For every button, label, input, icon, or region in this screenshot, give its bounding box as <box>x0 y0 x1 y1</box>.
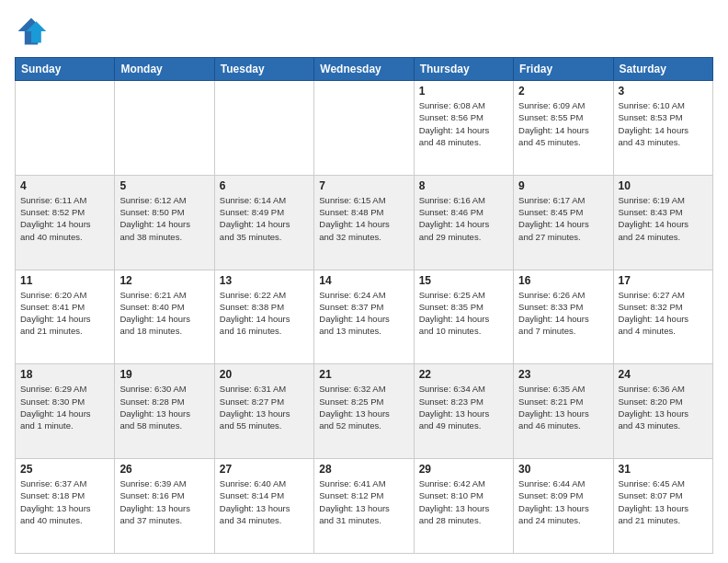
calendar-day-cell <box>16 81 115 176</box>
calendar-week-row: 11Sunrise: 6:20 AM Sunset: 8:41 PM Dayli… <box>16 270 713 364</box>
calendar-header-thursday: Thursday <box>414 58 513 81</box>
day-info: Sunrise: 6:37 AM Sunset: 8:18 PM Dayligh… <box>20 477 109 526</box>
day-info: Sunrise: 6:12 AM Sunset: 8:50 PM Dayligh… <box>119 194 209 243</box>
calendar-week-row: 1Sunrise: 6:08 AM Sunset: 8:56 PM Daylig… <box>16 81 713 176</box>
day-info: Sunrise: 6:35 AM Sunset: 8:21 PM Dayligh… <box>518 383 608 431</box>
day-info: Sunrise: 6:31 AM Sunset: 8:27 PM Dayligh… <box>220 383 309 431</box>
day-info: Sunrise: 6:19 AM Sunset: 8:43 PM Dayligh… <box>619 194 708 243</box>
day-info: Sunrise: 6:42 AM Sunset: 8:10 PM Dayligh… <box>419 477 508 526</box>
calendar-day-cell <box>314 81 414 176</box>
calendar-day-cell: 28Sunrise: 6:41 AM Sunset: 8:12 PM Dayli… <box>314 459 414 554</box>
day-number: 23 <box>518 368 608 381</box>
day-number: 19 <box>119 368 209 381</box>
day-info: Sunrise: 6:39 AM Sunset: 8:16 PM Dayligh… <box>119 477 209 526</box>
calendar-day-cell: 24Sunrise: 6:36 AM Sunset: 8:20 PM Dayli… <box>613 364 712 459</box>
calendar-day-cell: 25Sunrise: 6:37 AM Sunset: 8:18 PM Dayli… <box>16 459 115 554</box>
day-info: Sunrise: 6:10 AM Sunset: 8:53 PM Dayligh… <box>619 99 708 148</box>
calendar-day-cell: 6Sunrise: 6:14 AM Sunset: 8:49 PM Daylig… <box>214 175 313 270</box>
day-info: Sunrise: 6:34 AM Sunset: 8:23 PM Dayligh… <box>419 383 508 431</box>
day-info: Sunrise: 6:45 AM Sunset: 8:07 PM Dayligh… <box>619 477 708 526</box>
day-number: 14 <box>319 274 408 287</box>
calendar-day-cell: 11Sunrise: 6:20 AM Sunset: 8:41 PM Dayli… <box>16 270 115 364</box>
calendar-day-cell: 1Sunrise: 6:08 AM Sunset: 8:56 PM Daylig… <box>414 81 513 176</box>
calendar-day-cell: 21Sunrise: 6:32 AM Sunset: 8:25 PM Dayli… <box>314 364 414 459</box>
calendar-day-cell: 29Sunrise: 6:42 AM Sunset: 8:10 PM Dayli… <box>414 459 513 554</box>
calendar-day-cell: 4Sunrise: 6:11 AM Sunset: 8:52 PM Daylig… <box>16 175 115 270</box>
calendar-day-cell: 9Sunrise: 6:17 AM Sunset: 8:45 PM Daylig… <box>514 175 613 270</box>
calendar-day-cell: 2Sunrise: 6:09 AM Sunset: 8:55 PM Daylig… <box>514 81 613 176</box>
calendar-day-cell: 20Sunrise: 6:31 AM Sunset: 8:27 PM Dayli… <box>214 364 313 459</box>
day-info: Sunrise: 6:16 AM Sunset: 8:46 PM Dayligh… <box>419 194 508 243</box>
generalblue-logo-icon <box>15 15 48 48</box>
calendar-day-cell: 16Sunrise: 6:26 AM Sunset: 8:33 PM Dayli… <box>514 270 613 364</box>
day-number: 30 <box>518 463 608 476</box>
calendar-day-cell: 18Sunrise: 6:29 AM Sunset: 8:30 PM Dayli… <box>16 364 115 459</box>
calendar-week-row: 18Sunrise: 6:29 AM Sunset: 8:30 PM Dayli… <box>16 364 713 459</box>
calendar-week-row: 25Sunrise: 6:37 AM Sunset: 8:18 PM Dayli… <box>16 459 713 554</box>
calendar-day-cell: 13Sunrise: 6:22 AM Sunset: 8:38 PM Dayli… <box>214 270 313 364</box>
day-number: 18 <box>20 368 109 381</box>
day-info: Sunrise: 6:44 AM Sunset: 8:09 PM Dayligh… <box>518 477 608 526</box>
calendar-day-cell: 22Sunrise: 6:34 AM Sunset: 8:23 PM Dayli… <box>414 364 513 459</box>
day-info: Sunrise: 6:22 AM Sunset: 8:38 PM Dayligh… <box>220 289 309 338</box>
day-number: 1 <box>419 85 508 98</box>
day-number: 9 <box>518 179 608 192</box>
day-info: Sunrise: 6:14 AM Sunset: 8:49 PM Dayligh… <box>220 194 309 243</box>
day-number: 26 <box>119 463 209 476</box>
day-info: Sunrise: 6:32 AM Sunset: 8:25 PM Dayligh… <box>319 383 408 431</box>
calendar-header-row: SundayMondayTuesdayWednesdayThursdayFrid… <box>16 58 713 81</box>
day-number: 5 <box>119 179 209 192</box>
calendar-day-cell: 8Sunrise: 6:16 AM Sunset: 8:46 PM Daylig… <box>414 175 513 270</box>
logo <box>15 15 51 48</box>
day-number: 28 <box>319 463 408 476</box>
calendar-day-cell: 10Sunrise: 6:19 AM Sunset: 8:43 PM Dayli… <box>613 175 712 270</box>
day-number: 25 <box>20 463 109 476</box>
calendar-day-cell: 15Sunrise: 6:25 AM Sunset: 8:35 PM Dayli… <box>414 270 513 364</box>
day-number: 16 <box>518 274 608 287</box>
day-number: 21 <box>319 368 408 381</box>
calendar-day-cell <box>214 81 313 176</box>
calendar-day-cell: 23Sunrise: 6:35 AM Sunset: 8:21 PM Dayli… <box>514 364 613 459</box>
day-number: 7 <box>319 179 408 192</box>
day-number: 6 <box>220 179 309 192</box>
day-info: Sunrise: 6:25 AM Sunset: 8:35 PM Dayligh… <box>419 289 508 338</box>
calendar-day-cell: 31Sunrise: 6:45 AM Sunset: 8:07 PM Dayli… <box>613 459 712 554</box>
calendar-day-cell <box>115 81 214 176</box>
day-number: 24 <box>619 368 708 381</box>
calendar-day-cell: 5Sunrise: 6:12 AM Sunset: 8:50 PM Daylig… <box>115 175 214 270</box>
day-number: 27 <box>220 463 309 476</box>
day-number: 20 <box>220 368 309 381</box>
day-number: 13 <box>220 274 309 287</box>
calendar-header-sunday: Sunday <box>16 58 115 81</box>
calendar-header-wednesday: Wednesday <box>314 58 414 81</box>
calendar-day-cell: 3Sunrise: 6:10 AM Sunset: 8:53 PM Daylig… <box>613 81 712 176</box>
calendar-day-cell: 12Sunrise: 6:21 AM Sunset: 8:40 PM Dayli… <box>115 270 214 364</box>
header <box>15 15 713 48</box>
calendar-day-cell: 14Sunrise: 6:24 AM Sunset: 8:37 PM Dayli… <box>314 270 414 364</box>
calendar-table: SundayMondayTuesdayWednesdayThursdayFrid… <box>15 57 713 554</box>
day-info: Sunrise: 6:27 AM Sunset: 8:32 PM Dayligh… <box>619 289 708 338</box>
day-number: 12 <box>119 274 209 287</box>
day-info: Sunrise: 6:36 AM Sunset: 8:20 PM Dayligh… <box>619 383 708 431</box>
day-number: 17 <box>619 274 708 287</box>
calendar-day-cell: 30Sunrise: 6:44 AM Sunset: 8:09 PM Dayli… <box>514 459 613 554</box>
day-number: 11 <box>20 274 109 287</box>
calendar-header-monday: Monday <box>115 58 214 81</box>
calendar-day-cell: 27Sunrise: 6:40 AM Sunset: 8:14 PM Dayli… <box>214 459 313 554</box>
day-number: 2 <box>518 85 608 98</box>
calendar-day-cell: 19Sunrise: 6:30 AM Sunset: 8:28 PM Dayli… <box>115 364 214 459</box>
day-info: Sunrise: 6:30 AM Sunset: 8:28 PM Dayligh… <box>119 383 209 431</box>
calendar-header-tuesday: Tuesday <box>214 58 313 81</box>
day-number: 3 <box>619 85 708 98</box>
page: SundayMondayTuesdayWednesdayThursdayFrid… <box>0 0 728 563</box>
day-info: Sunrise: 6:21 AM Sunset: 8:40 PM Dayligh… <box>119 289 209 338</box>
day-info: Sunrise: 6:26 AM Sunset: 8:33 PM Dayligh… <box>518 289 608 338</box>
day-info: Sunrise: 6:40 AM Sunset: 8:14 PM Dayligh… <box>220 477 309 526</box>
day-info: Sunrise: 6:24 AM Sunset: 8:37 PM Dayligh… <box>319 289 408 338</box>
day-number: 8 <box>419 179 508 192</box>
day-number: 22 <box>419 368 508 381</box>
day-info: Sunrise: 6:15 AM Sunset: 8:48 PM Dayligh… <box>319 194 408 243</box>
calendar-header-saturday: Saturday <box>613 58 712 81</box>
day-info: Sunrise: 6:17 AM Sunset: 8:45 PM Dayligh… <box>518 194 608 243</box>
calendar-header-friday: Friday <box>514 58 613 81</box>
